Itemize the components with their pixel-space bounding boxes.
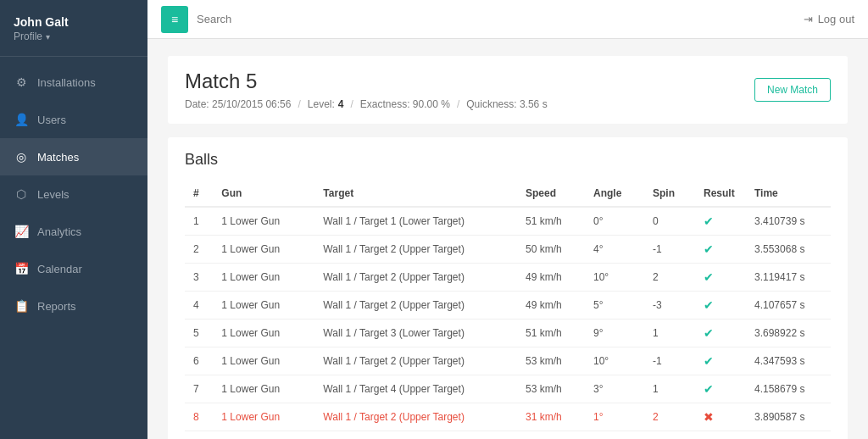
cell-spin: -3 <box>644 292 695 320</box>
cell-target: Wall 1 / Target 2 (Upper Target) <box>314 264 517 292</box>
cell-result: ✖ <box>695 403 746 431</box>
hamburger-icon: ≡ <box>171 13 178 26</box>
cell-target: Wall 1 / Target 2 (Upper Target) <box>314 403 517 431</box>
cell-speed: 53 km/h <box>517 375 585 403</box>
check-icon: ✔ <box>704 242 714 256</box>
cell-result: ✔ <box>695 292 746 320</box>
cell-target: Wall 1 / Target 1 (Lower Target) <box>314 207 517 236</box>
cell-speed: 49 km/h <box>517 431 585 440</box>
sidebar-item-label: Calendar <box>37 263 82 275</box>
sidebar-item-calendar[interactable]: 📅 Calendar <box>0 250 147 287</box>
sidebar-item-reports[interactable]: 📋 Reports <box>0 287 147 325</box>
cell-time: 2.574911 s <box>746 431 831 440</box>
col-header-angle: Angle <box>585 181 644 207</box>
table-row: 8 1 Lower Gun Wall 1 / Target 2 (Upper T… <box>185 403 831 431</box>
cell-gun: 1 Lower Gun <box>213 431 314 440</box>
logout-button[interactable]: ⇥ Log out <box>804 13 854 25</box>
cell-num: 4 <box>185 292 213 320</box>
match-header: Match 5 Date: 25/10/2015 06:56 / Level: … <box>168 56 848 124</box>
match-exactness: Exactness: 90.00 % <box>360 98 450 110</box>
col-header-time: Time <box>746 181 831 207</box>
main-area: ≡ ⇥ Log out Match 5 Date: 25/10/2015 06:… <box>147 0 868 439</box>
cell-target: Wall 1 / Target 3 (Lower Target) <box>314 320 517 347</box>
installations-icon: ⚙ <box>14 75 29 89</box>
cell-spin: -1 <box>644 236 695 264</box>
col-header-result: Result <box>695 181 746 207</box>
cell-spin: 0 <box>644 207 695 236</box>
sidebar-item-label: Matches <box>37 151 79 164</box>
cell-time: 3.119417 s <box>746 264 831 292</box>
sidebar: John Galt Profile ▾ ⚙ Installations 👤 Us… <box>0 0 147 439</box>
calendar-icon: 📅 <box>14 262 29 275</box>
balls-table-header: # Gun Target Speed Angle Spin Result Tim… <box>185 181 831 207</box>
cell-gun: 1 Lower Gun <box>213 292 314 320</box>
cell-angle: 10° <box>585 264 644 292</box>
cell-speed: 53 km/h <box>517 347 585 375</box>
check-icon: ✔ <box>704 326 714 340</box>
cell-result: ✔ <box>695 375 746 403</box>
table-row: 7 1 Lower Gun Wall 1 / Target 4 (Upper T… <box>185 375 831 403</box>
separator-1: / <box>298 98 300 110</box>
cell-speed: 31 km/h <box>517 403 585 431</box>
balls-table: # Gun Target Speed Angle Spin Result Tim… <box>185 181 831 439</box>
cell-gun: 1 Lower Gun <box>213 264 314 292</box>
menu-button[interactable]: ≡ <box>161 6 188 33</box>
user-name: John Galt <box>14 15 134 29</box>
cell-target: Wall 1 / Target 1 (Lower Target) <box>314 431 517 440</box>
cell-num: 7 <box>185 375 213 403</box>
match-info: Match 5 Date: 25/10/2015 06:56 / Level: … <box>185 69 548 110</box>
levels-icon: ⬡ <box>14 187 29 201</box>
cell-time: 4.107657 s <box>746 292 831 320</box>
sidebar-item-users[interactable]: 👤 Users <box>0 101 147 138</box>
table-row: 3 1 Lower Gun Wall 1 / Target 2 (Upper T… <box>185 264 831 292</box>
sidebar-nav: ⚙ Installations 👤 Users ◎ Matches ⬡ Leve… <box>0 64 147 325</box>
sidebar-item-label: Installations <box>37 76 96 89</box>
cell-num: 8 <box>185 403 213 431</box>
sidebar-item-levels[interactable]: ⬡ Levels <box>0 175 147 213</box>
sidebar-item-analytics[interactable]: 📈 Analytics <box>0 213 147 250</box>
cell-spin: 0 <box>644 431 695 440</box>
user-profile-link[interactable]: Profile ▾ <box>14 31 134 42</box>
cell-target: Wall 1 / Target 2 (Upper Target) <box>314 236 517 264</box>
cell-num: 5 <box>185 320 213 347</box>
sidebar-item-matches[interactable]: ◎ Matches <box>0 138 147 175</box>
search-input[interactable] <box>197 13 795 25</box>
cell-speed: 49 km/h <box>517 264 585 292</box>
cell-angle: 1° <box>585 403 644 431</box>
table-row: 6 1 Lower Gun Wall 1 / Target 2 (Upper T… <box>185 347 831 375</box>
cell-time: 3.890587 s <box>746 403 831 431</box>
cell-gun: 1 Lower Gun <box>213 320 314 347</box>
table-row: 2 1 Lower Gun Wall 1 / Target 2 (Upper T… <box>185 236 831 264</box>
cell-spin: 1 <box>644 375 695 403</box>
cell-time: 4.158679 s <box>746 375 831 403</box>
new-match-button[interactable]: New Match <box>754 78 831 102</box>
col-header-num: # <box>185 181 213 207</box>
match-date: Date: 25/10/2015 06:56 <box>185 98 291 110</box>
cell-result: ✔ <box>695 207 746 236</box>
cell-num: 6 <box>185 347 213 375</box>
cell-angle: 5° <box>585 431 644 440</box>
match-meta: Date: 25/10/2015 06:56 / Level: 4 / Exac… <box>185 98 548 110</box>
cell-target: Wall 1 / Target 2 (Upper Target) <box>314 347 517 375</box>
cell-gun: 1 Lower Gun <box>213 347 314 375</box>
cell-num: 1 <box>185 207 213 236</box>
cell-angle: 3° <box>585 375 644 403</box>
sidebar-item-label: Users <box>37 114 66 126</box>
col-header-speed: Speed <box>517 181 585 207</box>
balls-section: Balls # Gun Target Speed Angle Spin Resu… <box>168 137 848 439</box>
cell-result: ✔ <box>695 347 746 375</box>
user-section: John Galt Profile ▾ <box>0 0 147 57</box>
cell-num: 2 <box>185 236 213 264</box>
cell-num: 3 <box>185 264 213 292</box>
table-row: 9 1 Lower Gun Wall 1 / Target 1 (Lower T… <box>185 431 831 440</box>
reports-icon: 📋 <box>14 299 29 313</box>
cell-speed: 49 km/h <box>517 292 585 320</box>
sidebar-item-installations[interactable]: ⚙ Installations <box>0 64 147 101</box>
chevron-down-icon: ▾ <box>46 32 50 42</box>
analytics-icon: 📈 <box>14 225 29 238</box>
cell-spin: 2 <box>644 403 695 431</box>
sidebar-item-label: Reports <box>37 300 76 313</box>
cell-result: ✔ <box>695 236 746 264</box>
check-icon: ✔ <box>704 298 714 312</box>
cell-angle: 5° <box>585 292 644 320</box>
